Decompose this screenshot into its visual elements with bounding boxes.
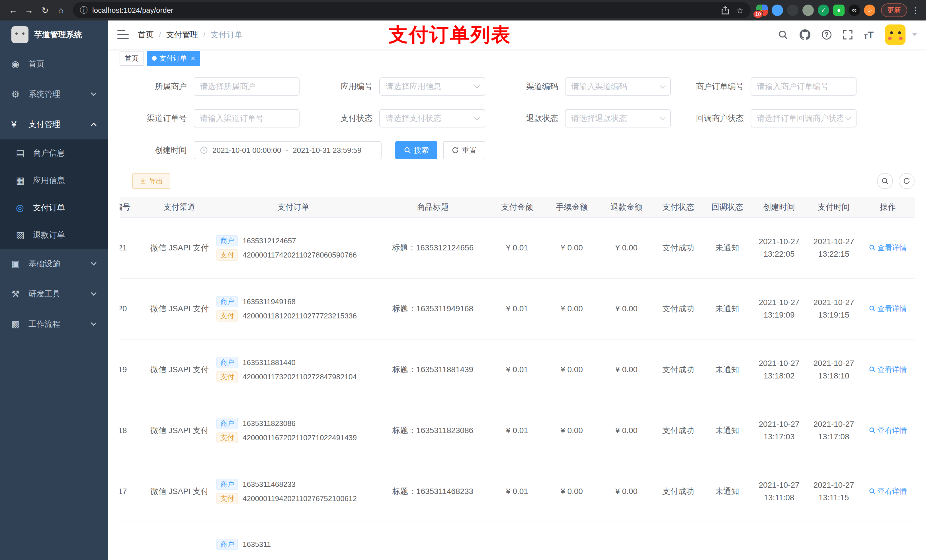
cell-paid: 2021-10-2713:18:10 bbox=[806, 339, 861, 400]
cell-channel: 微信 JSAPI 支付 bbox=[148, 339, 211, 400]
pay-status-select[interactable]: 请选择支付状态 bbox=[379, 109, 485, 127]
breadcrumb-current: 支付订单 bbox=[211, 29, 243, 40]
chevron-down-icon bbox=[660, 115, 666, 120]
site-info-icon[interactable]: ⓘ bbox=[80, 5, 88, 16]
font-size-icon[interactable]: TT bbox=[864, 29, 874, 41]
url-bar[interactable]: ⓘ localhost:1024/pay/order ☆ bbox=[73, 2, 750, 18]
tools-icon: ⚒ bbox=[11, 288, 25, 299]
hamburger-icon[interactable] bbox=[117, 30, 129, 39]
user-avatar[interactable] bbox=[885, 24, 905, 45]
date-range-input[interactable]: 2021-10-01 00:00:00 - 2021-10-31 23:59:5… bbox=[194, 141, 381, 159]
extension-knot-icon[interactable]: ∞ bbox=[849, 5, 860, 16]
update-button[interactable]: 更新 bbox=[881, 3, 907, 17]
select-placeholder: 请选择退款状态 bbox=[571, 113, 657, 124]
pay-no: 4200001181202110277723215336 bbox=[243, 312, 357, 320]
filter-label: 支付状态 bbox=[317, 113, 379, 124]
sidebar-item-merchant-info[interactable]: ▤ 商户信息 bbox=[0, 139, 108, 167]
table-row: 18 微信 JSAPI 支付 商户1635311823086 支付4200001… bbox=[120, 400, 915, 461]
view-detail-link[interactable]: 查看详情 bbox=[869, 426, 907, 435]
browser-menu-icon[interactable]: ⋮ bbox=[912, 6, 920, 15]
cell-amount: ¥ 0.01 bbox=[490, 278, 545, 339]
cell-title: 标题：1635311468233 bbox=[376, 461, 490, 522]
filter-label: 商户订单编号 bbox=[688, 81, 750, 92]
merchant-tag: 商户 bbox=[216, 296, 238, 307]
extension-dark-icon[interactable] bbox=[787, 5, 799, 16]
cell-title: 标题：1635312124656 bbox=[376, 217, 490, 278]
filter-pay-status: 支付状态 请选择支付状态 bbox=[317, 109, 502, 127]
help-icon[interactable]: ? bbox=[822, 30, 831, 39]
cell-action: 查看详情 bbox=[861, 339, 915, 400]
table-row: 19 微信 JSAPI 支付 商户1635311881440 支付4200001… bbox=[120, 339, 915, 400]
forward-icon[interactable]: → bbox=[22, 3, 36, 18]
tags-view: 首页 支付订单 × bbox=[108, 49, 926, 68]
sidebar-item-label: 支付管理 bbox=[29, 119, 61, 130]
refresh-table-button[interactable] bbox=[899, 173, 915, 189]
view-detail-link[interactable]: 查看详情 bbox=[869, 303, 907, 314]
sidebar-item-payment[interactable]: ¥ 支付管理 bbox=[0, 109, 108, 139]
pay-no: 4200001194202110276752100612 bbox=[243, 494, 357, 503]
sidebar-item-devtools[interactable]: ⚒ 研发工具 bbox=[0, 279, 108, 309]
search-icon[interactable] bbox=[778, 30, 788, 40]
sidebar-item-app-info[interactable]: ▦ 应用信息 bbox=[0, 167, 108, 194]
url-text[interactable]: localhost:1024/pay/order bbox=[92, 6, 173, 15]
fullscreen-icon[interactable] bbox=[843, 30, 853, 39]
share-icon[interactable] bbox=[721, 6, 729, 15]
tab-pay-order[interactable]: 支付订单 × bbox=[147, 51, 200, 66]
back-icon[interactable]: ← bbox=[6, 3, 21, 18]
cell-title: 标题：1635311949168 bbox=[376, 278, 490, 339]
view-detail-link[interactable]: 查看详情 bbox=[869, 365, 907, 374]
col-header: 支付时间 bbox=[806, 197, 861, 217]
chevron-down-icon bbox=[91, 90, 97, 96]
extension-chat-icon[interactable]: ● bbox=[833, 5, 844, 16]
col-header: 退款金额 bbox=[599, 197, 654, 217]
filter-label: 应用编号 bbox=[317, 81, 379, 92]
refund-status-select[interactable]: 请选择退款状态 bbox=[565, 109, 671, 127]
notify-status-select[interactable]: 请选择订单回调商户状态 bbox=[750, 109, 856, 127]
sidebar-item-infra[interactable]: ▣ 基础设施 bbox=[0, 249, 108, 279]
extension-emoji-icon[interactable]: ☺ bbox=[864, 5, 875, 16]
col-header: 支付订单 bbox=[211, 197, 376, 217]
home-icon[interactable]: ⌂ bbox=[53, 3, 68, 18]
search-button-label: 搜索 bbox=[414, 145, 429, 155]
channel-code-select[interactable]: 请输入渠道编码 bbox=[565, 77, 671, 96]
close-icon[interactable]: × bbox=[191, 54, 195, 62]
tab-home[interactable]: 首页 bbox=[120, 51, 144, 66]
tab-label: 首页 bbox=[125, 54, 138, 63]
avatar-caret-icon[interactable] bbox=[912, 33, 917, 36]
search-button[interactable]: 搜索 bbox=[395, 141, 437, 159]
view-detail-link[interactable]: 查看详情 bbox=[869, 486, 907, 496]
breadcrumb-home[interactable]: 首页 bbox=[138, 29, 154, 40]
view-detail-link[interactable]: 查看详情 bbox=[869, 243, 907, 253]
dashboard-icon: ◉ bbox=[11, 59, 25, 69]
bookmark-star-icon[interactable]: ☆ bbox=[736, 5, 744, 15]
clock-icon bbox=[200, 146, 208, 154]
app-title: 芋道管理系统 bbox=[34, 29, 82, 40]
cell-created: 2021-10-2713:11:08 bbox=[752, 461, 806, 522]
github-icon[interactable] bbox=[800, 29, 810, 40]
app-id-select[interactable]: 请选择应用信息 bbox=[379, 77, 485, 96]
sidebar-item-system[interactable]: ⚙ 系统管理 bbox=[0, 79, 108, 109]
merchant-input[interactable] bbox=[194, 77, 300, 96]
sidebar-item-pay-order[interactable]: ◎ 支付订单 bbox=[0, 194, 108, 221]
reset-button[interactable]: 重置 bbox=[443, 141, 485, 159]
merchant-no: 1635311 bbox=[243, 540, 271, 549]
merchant-order-no-input[interactable] bbox=[750, 77, 856, 96]
sidebar-item-refund-order[interactable]: ▨ 退款订单 bbox=[0, 221, 108, 249]
sidebar-item-home[interactable]: ◉ 首页 bbox=[0, 49, 108, 79]
export-button[interactable]: 导出 bbox=[132, 173, 170, 189]
cell-notify: 未通知 bbox=[703, 461, 752, 522]
refresh-icon[interactable]: ↻ bbox=[38, 3, 52, 18]
extension-check-icon[interactable]: ✓ bbox=[818, 5, 829, 16]
extension-drop-icon[interactable] bbox=[772, 5, 783, 16]
extension-gray-icon[interactable] bbox=[802, 5, 814, 16]
toggle-search-button[interactable] bbox=[877, 173, 893, 189]
export-button-label: 导出 bbox=[149, 177, 163, 186]
pay-no: 4200001167202110271022491439 bbox=[243, 433, 357, 442]
channel-order-no-input[interactable] bbox=[194, 109, 300, 127]
cell-status: 支付成功 bbox=[654, 217, 703, 278]
sidebar-item-workflow[interactable]: ▩ 工作流程 bbox=[0, 309, 108, 339]
chevron-down-icon bbox=[474, 83, 480, 89]
breadcrumb-payment[interactable]: 支付管理 bbox=[166, 29, 198, 40]
date-start: 2021-10-01 00:00:00 bbox=[212, 146, 281, 155]
extension-grid-icon[interactable]: 10 bbox=[756, 5, 768, 16]
